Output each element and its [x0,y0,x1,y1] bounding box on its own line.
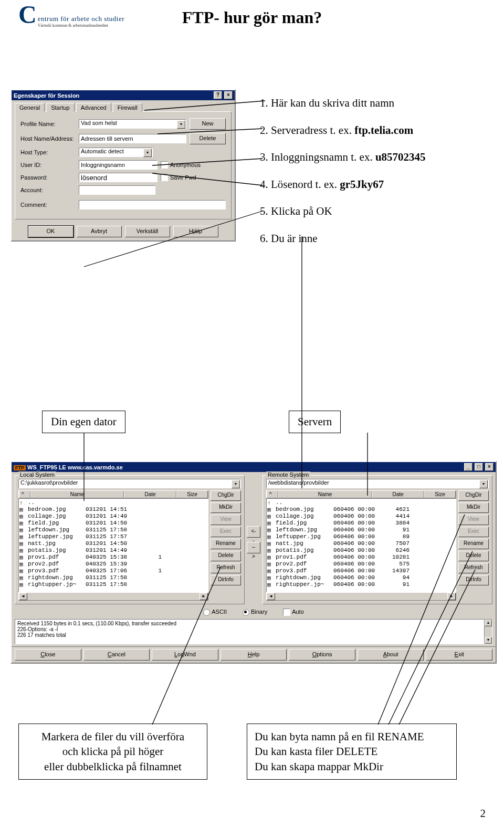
refresh-button[interactable]: Refresh [211,563,241,573]
binary-radio[interactable]: Binary [243,609,267,616]
transfer-right-button[interactable]: --> [247,542,260,553]
userid-input[interactable] [79,160,158,170]
file-row[interactable]: ▦rightdown.jpg060406 00:0094 [267,574,455,581]
dialog-titlebar[interactable]: Egenskaper för Session ? × [12,90,235,100]
refresh-button[interactable]: Refresh [458,563,489,573]
view-button[interactable]: View [211,515,241,525]
file-row[interactable]: ▦collage.jpg031201 14:49 [19,513,207,520]
help-icon[interactable]: ? [214,91,222,99]
password-input[interactable] [79,173,158,182]
file-row[interactable]: ▦collage.jpg060406 00:004414 [267,513,455,520]
file-row[interactable]: ⇧.. [267,499,455,506]
rename-button[interactable]: Rename [458,539,489,549]
col-name[interactable]: Name [30,491,124,498]
col-size[interactable]: Size [176,491,208,498]
close-button[interactable]: Close [15,649,81,661]
tab-startup[interactable]: Startup [46,103,74,112]
file-row[interactable]: ▦potatis.jpg060406 00:006246 [267,547,455,554]
dirinfo-button[interactable]: DirInfo [211,575,241,585]
about-button[interactable]: About [358,649,424,661]
dirinfo-button[interactable]: DirInfo [458,575,489,585]
logwnd-button[interactable]: LogWnd [152,649,218,661]
delete-button[interactable]: Delete [211,551,241,561]
file-row[interactable]: ▦field.jpg031201 14:50 [19,520,207,527]
mkdir-button[interactable]: MkDir [211,502,241,513]
exec-button[interactable]: Exec [211,527,241,537]
auto-checkbox[interactable]: Auto [283,609,304,616]
file-row[interactable]: ▦leftupper.jpg031125 17:57 [19,533,207,540]
remote-path-select[interactable]: /webbdistans/provbilder [266,479,489,488]
local-scrollbar[interactable]: ◄► [18,592,208,601]
help-button[interactable]: Hjälp [173,226,218,237]
options-button[interactable]: Options [289,649,355,661]
hosttype-select[interactable]: Automatic detect [79,148,153,157]
comment-input[interactable] [79,200,226,209]
chgdir-button[interactable]: ChgDir [211,490,241,501]
file-row[interactable]: ▦bedroom.jpg060406 00:004621 [267,506,455,513]
file-row[interactable]: ▦prov3.pdf040325 17:061 [19,568,207,574]
file-row[interactable]: ▦rightupper.jp~060406 00:0091 [267,581,455,588]
file-row[interactable]: ⇧.. [19,499,207,506]
help-button[interactable]: Help [220,649,287,661]
file-row[interactable]: ▦leftdown.jpg031125 17:58 [19,527,207,533]
local-file-list[interactable]: ⇧..▦bedroom.jpg031201 14:51▦collage.jpg0… [18,498,208,592]
file-row[interactable]: ▦rightupper.jp~031125 17:58 [19,581,207,588]
sort-caret[interactable]: ^ [19,491,30,498]
anonymous-checkbox[interactable]: Anonymous [161,161,208,169]
delete-button[interactable]: Delete [190,133,226,144]
exit-button[interactable]: Exit [426,649,492,661]
sort-caret[interactable]: ^ [267,491,278,498]
minimize-icon[interactable]: _ [464,463,472,471]
transfer-left-button[interactable]: <-- [247,526,260,538]
col-date[interactable]: Date [372,491,424,498]
remote-list-header[interactable]: ^ Name Date Size [266,490,456,498]
log-area[interactable]: Received 1150 bytes in 0.1 secs, (110.00… [15,619,492,644]
local-path-select[interactable]: C:\jukkasrot\provbilder [18,479,241,488]
file-row[interactable]: ▦natt.jpg060406 00:007507 [267,540,455,547]
close-icon[interactable]: × [485,463,494,471]
savepwd-checkbox[interactable]: Save Pwd [161,174,208,181]
apply-button[interactable]: Verkställ [125,226,170,237]
file-row[interactable]: ▦leftupper.jpg060406 00:0089 [267,533,455,540]
chgdir-button[interactable]: ChgDir [458,490,489,501]
cancel-button[interactable]: Avbryt [77,226,122,237]
view-button[interactable]: View [458,515,489,525]
file-row[interactable]: ▦prov3.pdf060406 00:0014397 [267,568,455,574]
file-row[interactable]: ▦prov2.pdf060406 00:00575 [267,561,455,568]
col-date[interactable]: Date [124,491,176,498]
close-icon[interactable]: × [224,91,233,99]
remote-file-list[interactable]: ⇧..▦bedroom.jpg060406 00:004621▦collage.… [266,498,456,592]
file-row[interactable]: ▦prov1.pdf060406 00:0010281 [267,554,455,561]
log-scrollbar[interactable]: ▲▼ [484,620,492,644]
rename-button[interactable]: Rename [211,539,241,549]
profile-name-select[interactable]: Vad som helst [79,119,186,129]
ftp-titlebar[interactable]: FTPWS_FTP95 LE www.cas.varmdo.se _ □ × [12,462,496,472]
maximize-icon[interactable]: □ [475,463,483,471]
file-row[interactable]: ▦field.jpg060406 00:003884 [267,520,455,527]
tab-general[interactable]: General [15,103,45,112]
file-row[interactable]: ▦potatis.jpg031201 14:49 [19,547,207,554]
file-row[interactable]: ▦rightdown.jpg031125 17:58 [19,574,207,581]
host-input[interactable] [79,134,186,143]
ascii-radio[interactable]: ASCII [203,609,227,616]
file-row[interactable]: ▦bedroom.jpg031201 14:51 [19,506,207,513]
local-side-buttons: ChgDirMkDirViewExecRenameDeleteRefreshDi… [211,490,241,601]
delete-button[interactable]: Delete [458,551,489,561]
file-row[interactable]: ▦prov1.pdf040325 15:381 [19,554,207,561]
ok-button[interactable]: OK [28,226,74,237]
file-row[interactable]: ▦leftdown.jpg060406 00:0091 [267,527,455,533]
mkdir-button[interactable]: MkDir [458,502,489,513]
file-row[interactable]: ▦prov2.pdf040325 15:39 [19,561,207,568]
remote-scrollbar[interactable]: ◄► [266,592,456,601]
tab-firewall[interactable]: Firewall [113,103,142,112]
new-button[interactable]: New [190,118,226,130]
cancel-button[interactable]: Cancel [83,649,150,661]
exec-button[interactable]: Exec [458,527,489,537]
account-input[interactable] [79,185,155,195]
tab-advanced[interactable]: Advanced [76,103,111,112]
col-name[interactable]: Name [278,491,372,498]
remote-panel: Remote System /webbdistans/provbilder ^ … [262,475,492,604]
col-size[interactable]: Size [424,491,456,498]
local-list-header[interactable]: ^ Name Date Size [18,490,208,498]
file-row[interactable]: ▦natt.jpg031201 14:50 [19,540,207,547]
